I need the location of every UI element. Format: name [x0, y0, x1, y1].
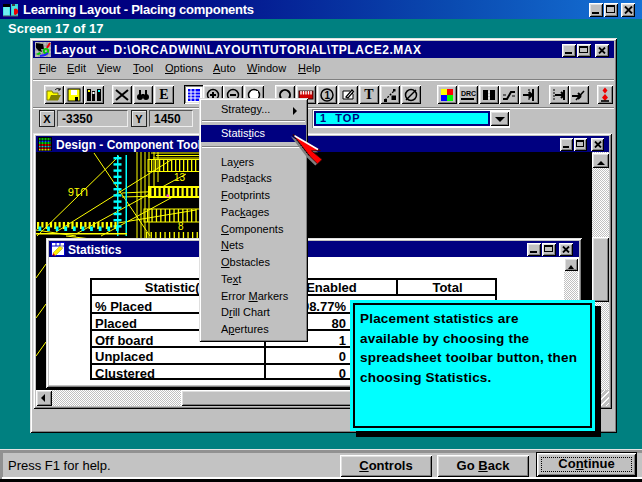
svg-text:13: 13: [174, 172, 186, 183]
svg-text:1: 1: [325, 90, 331, 101]
svg-text:DRC: DRC: [461, 90, 476, 97]
svg-text:U16: U16: [68, 186, 88, 198]
svg-text:8: 8: [178, 221, 184, 232]
